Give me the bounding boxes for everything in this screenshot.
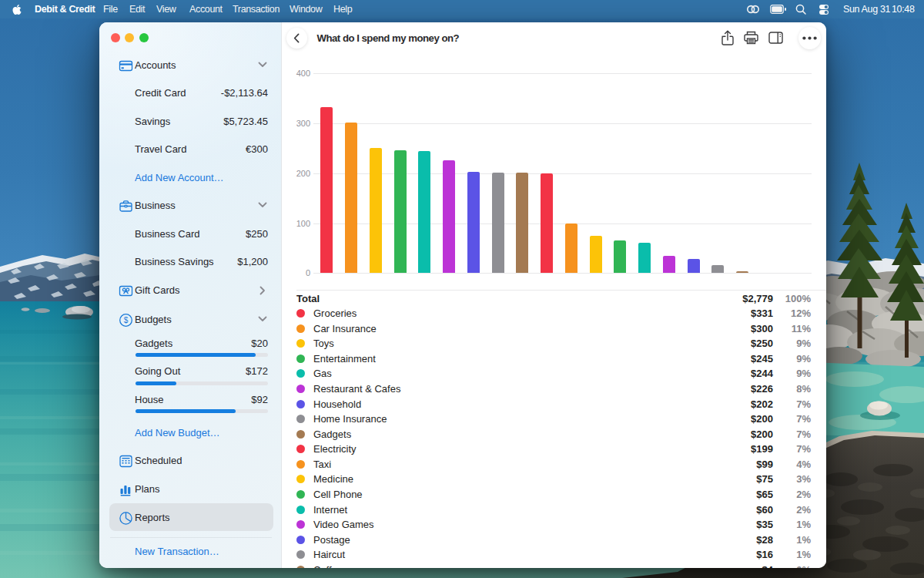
- svg-text:$: $: [124, 316, 129, 324]
